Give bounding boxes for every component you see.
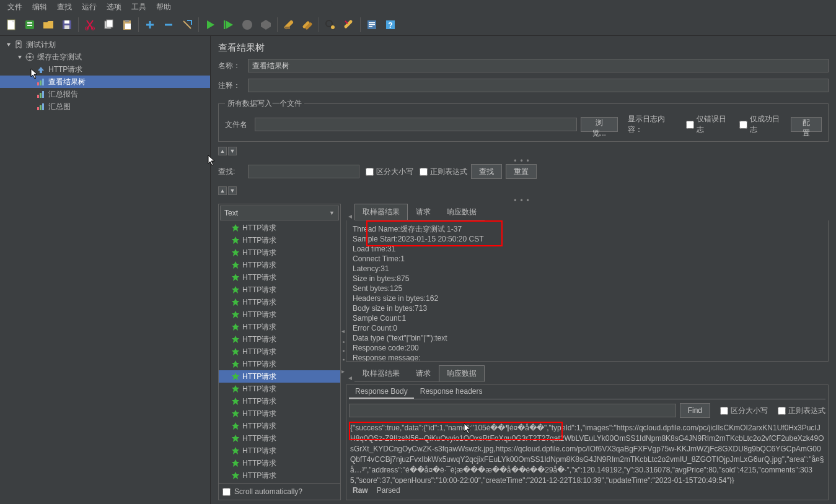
search-button[interactable]: 查找 [471, 164, 502, 179]
templates-icon[interactable] [21, 16, 38, 33]
result-item[interactable]: HTTP请求 [219, 469, 340, 482]
stop-icon[interactable] [239, 16, 256, 33]
result-item[interactable]: HTTP请求 [219, 259, 340, 271]
tree-search-input[interactable] [248, 165, 359, 178]
result-item[interactable]: HTTP请求 [219, 457, 340, 469]
find-button[interactable]: Find [680, 403, 710, 418]
configure-button[interactable]: 配置 [791, 117, 822, 132]
result-item[interactable]: HTTP请求 [219, 445, 340, 457]
result-item[interactable]: HTTP请求 [219, 383, 340, 395]
result-item[interactable]: HTTP请求 [219, 345, 340, 358]
expand-down-btn-2[interactable]: ▼ [228, 186, 237, 195]
response-body-text[interactable]: {"success":true,"data":{"id":1,"name":"1… [349, 422, 825, 484]
filename-input[interactable] [255, 118, 577, 131]
result-item[interactable]: HTTP请求 [219, 246, 340, 259]
copy-icon[interactable] [100, 16, 117, 33]
help-icon[interactable]: ? [382, 16, 399, 33]
search-tree-icon[interactable] [322, 16, 339, 33]
only-error-checkbox[interactable]: 仅错误日志 [686, 114, 734, 135]
raw-tab[interactable]: Raw [353, 486, 368, 495]
function-helper-icon[interactable] [363, 16, 381, 33]
search-reset-icon[interactable] [340, 16, 358, 33]
reset-button[interactable]: 重置 [506, 164, 537, 179]
render-format-dropdown[interactable]: Text [220, 206, 339, 220]
subtab-response-headers[interactable]: Response headers [414, 385, 489, 399]
result-item[interactable]: HTTP请求 [219, 395, 340, 407]
comment-input[interactable] [248, 79, 829, 92]
collapse-up-btn-2[interactable]: ▲ [218, 186, 227, 195]
result-item[interactable]: HTTP请求 [219, 222, 340, 234]
svg-point-26 [17, 42, 20, 45]
result-item[interactable]: HTTP请求 [219, 321, 340, 333]
only-success-checkbox[interactable]: 仅成功日志 [739, 114, 787, 135]
tab2-request[interactable]: 请求 [408, 365, 439, 381]
tree-aggregate-graph[interactable]: 汇总图 [0, 100, 210, 113]
menu-search[interactable]: 查找 [52, 1, 77, 14]
menu-options[interactable]: 选项 [102, 1, 126, 14]
start-icon[interactable] [201, 16, 219, 33]
response-data-body: Response Body Response headers Find 区分大小… [346, 385, 829, 500]
tree-summary-report[interactable]: 汇总报告 [0, 88, 210, 100]
svg-rect-31 [42, 79, 44, 85]
sampler-line: Error Count:0 [353, 323, 822, 333]
tab2-sampler-result[interactable]: 取样器结果 [354, 365, 408, 381]
result-item[interactable]: HTTP请求 [219, 420, 340, 432]
result-item[interactable]: HTTP请求 [219, 296, 340, 308]
menu-edit[interactable]: 编辑 [27, 1, 52, 14]
result-item[interactable]: HTTP请求 [219, 358, 340, 370]
splitter-handle-2[interactable]: ••• [218, 198, 829, 204]
start-notimers-icon[interactable] [220, 16, 237, 33]
vertical-splitter[interactable]: ◂ • • • ▸ [341, 204, 346, 500]
result-item[interactable]: HTTP请求 [219, 432, 340, 445]
svg-rect-34 [42, 91, 44, 98]
results-list[interactable]: HTTP请求HTTP请求HTTP请求HTTP请求HTTP请求HTTP请求HTTP… [219, 222, 340, 483]
name-input[interactable] [248, 59, 829, 72]
tree-test-plan[interactable]: 测试计划 [0, 38, 210, 51]
parsed-tab[interactable]: Parsed [377, 486, 400, 495]
test-plan-tree[interactable]: 测试计划 缓存击穿测试 HTTP请求 查看结果树 汇总报告 汇总图 [0, 36, 211, 504]
menu-help[interactable]: 帮助 [151, 1, 176, 14]
shutdown-icon[interactable] [257, 16, 275, 33]
result-item[interactable]: HTTP请求 [219, 234, 340, 246]
save-icon[interactable] [58, 16, 76, 33]
response-find-input[interactable] [349, 404, 676, 417]
find-regex-checkbox[interactable]: 正则表达式 [778, 406, 825, 416]
browse-button[interactable]: 浏览... [581, 117, 618, 132]
clear-all-icon[interactable] [299, 16, 316, 33]
scroll-auto-checkbox[interactable]: Scroll automatically? [219, 483, 340, 500]
tree-view-results-tree[interactable]: 查看结果树 [0, 76, 210, 88]
clear-icon[interactable] [280, 16, 297, 33]
cut-icon[interactable] [81, 16, 99, 33]
result-item[interactable]: HTTP请求 [219, 271, 340, 284]
content-panel: 查看结果树 名称： 注释： 所有数据写入一个文件 文件名 浏览... 显示日志内… [211, 36, 836, 504]
find-case-checkbox[interactable]: 区分大小写 [720, 406, 768, 416]
svg-rect-30 [40, 80, 42, 85]
open-icon[interactable] [40, 16, 57, 33]
menu-tools[interactable]: 工具 [126, 1, 151, 14]
result-item[interactable]: HTTP请求 [219, 370, 340, 383]
svg-rect-35 [37, 107, 39, 110]
tab-request[interactable]: 请求 [408, 204, 439, 220]
tree-http-sampler[interactable]: HTTP请求 [0, 63, 210, 76]
collapse-up-btn[interactable]: ▲ [218, 147, 227, 155]
tab-sampler-result[interactable]: 取样器结果 [354, 204, 408, 220]
menu-file[interactable]: 文件 [2, 1, 27, 14]
collapse-icon[interactable] [160, 16, 177, 33]
new-icon[interactable] [2, 16, 20, 33]
result-item[interactable]: HTTP请求 [219, 308, 340, 321]
result-item[interactable]: HTTP请求 [219, 407, 340, 420]
tab-response-data[interactable]: 响应数据 [439, 204, 485, 220]
toggle-icon[interactable] [178, 16, 196, 33]
regex-checkbox[interactable]: 正则表达式 [420, 167, 467, 177]
menu-run[interactable]: 运行 [77, 1, 102, 14]
paste-icon[interactable] [118, 16, 136, 33]
expand-down-btn[interactable]: ▼ [228, 147, 237, 155]
splitter-handle[interactable]: ••• [218, 158, 829, 164]
result-item[interactable]: HTTP请求 [219, 333, 340, 345]
case-sensitive-checkbox[interactable]: 区分大小写 [366, 167, 413, 177]
tree-thread-group[interactable]: 缓存击穿测试 [0, 51, 210, 63]
expand-icon[interactable] [141, 16, 159, 33]
result-item[interactable]: HTTP请求 [219, 284, 340, 296]
subtab-response-body[interactable]: Response Body [349, 385, 414, 399]
tab2-response-data[interactable]: 响应数据 [439, 365, 485, 382]
